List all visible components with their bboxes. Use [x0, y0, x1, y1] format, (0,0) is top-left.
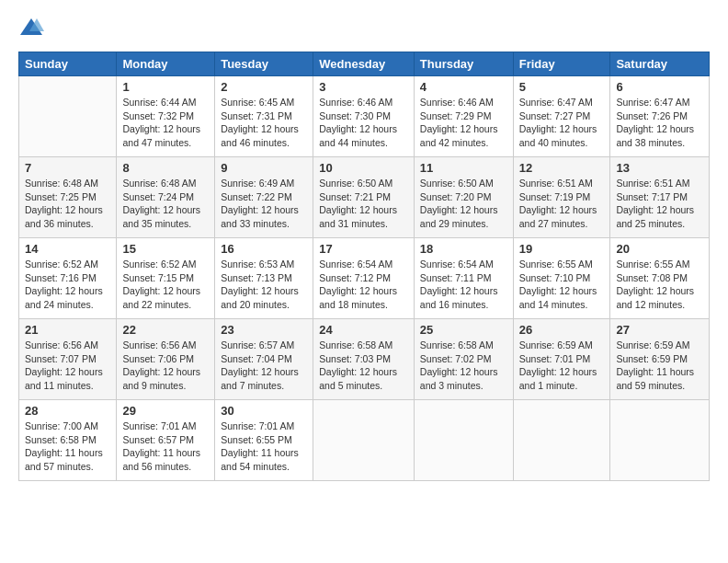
calendar-cell: 17Sunrise: 6:54 AM Sunset: 7:12 PM Dayli… [313, 238, 415, 319]
cell-info: Sunrise: 6:44 AM Sunset: 7:32 PM Dayligh… [122, 96, 209, 150]
cell-info: Sunrise: 6:54 AM Sunset: 7:12 PM Dayligh… [319, 258, 408, 312]
day-number: 7 [25, 161, 110, 175]
cell-info: Sunrise: 6:56 AM Sunset: 7:07 PM Dayligh… [25, 339, 110, 393]
cell-info: Sunrise: 6:46 AM Sunset: 7:29 PM Dayligh… [420, 96, 507, 150]
day-number: 15 [122, 242, 209, 256]
cell-info: Sunrise: 6:51 AM Sunset: 7:19 PM Dayligh… [519, 177, 605, 231]
calendar-cell: 9Sunrise: 6:49 AM Sunset: 7:22 PM Daylig… [215, 157, 313, 238]
day-number: 25 [420, 323, 507, 337]
day-number: 11 [420, 161, 507, 175]
day-number: 20 [616, 242, 703, 256]
day-number: 10 [319, 161, 408, 175]
logo-icon [18, 15, 44, 40]
calendar-cell: 13Sunrise: 6:51 AM Sunset: 7:17 PM Dayli… [610, 157, 710, 238]
weekday-header: Saturday [610, 52, 710, 76]
cell-info: Sunrise: 7:01 AM Sunset: 6:57 PM Dayligh… [122, 419, 209, 474]
calendar-cell: 24Sunrise: 6:58 AM Sunset: 7:03 PM Dayli… [313, 319, 415, 400]
cell-info: Sunrise: 7:01 AM Sunset: 6:55 PM Dayligh… [221, 419, 307, 474]
cell-info: Sunrise: 6:59 AM Sunset: 7:01 PM Dayligh… [519, 339, 605, 393]
calendar-cell: 22Sunrise: 6:56 AM Sunset: 7:06 PM Dayli… [117, 319, 215, 400]
weekday-header: Thursday [414, 52, 513, 76]
day-number: 19 [519, 242, 605, 256]
weekday-header: Monday [117, 52, 215, 76]
day-number: 3 [319, 80, 408, 94]
calendar-cell: 1Sunrise: 6:44 AM Sunset: 7:32 PM Daylig… [117, 76, 215, 157]
calendar-cell: 8Sunrise: 6:48 AM Sunset: 7:24 PM Daylig… [117, 157, 215, 238]
calendar-cell [19, 76, 117, 157]
day-number: 14 [25, 242, 110, 256]
cell-info: Sunrise: 6:52 AM Sunset: 7:16 PM Dayligh… [25, 258, 110, 312]
cell-info: Sunrise: 6:54 AM Sunset: 7:11 PM Dayligh… [420, 258, 507, 312]
weekday-header: Tuesday [215, 52, 313, 76]
calendar-cell: 6Sunrise: 6:47 AM Sunset: 7:26 PM Daylig… [610, 76, 710, 157]
calendar-cell: 14Sunrise: 6:52 AM Sunset: 7:16 PM Dayli… [19, 238, 117, 319]
header [18, 15, 710, 40]
calendar-cell: 23Sunrise: 6:57 AM Sunset: 7:04 PM Dayli… [215, 319, 313, 400]
calendar-cell [610, 400, 710, 481]
calendar-cell: 5Sunrise: 6:47 AM Sunset: 7:27 PM Daylig… [513, 76, 610, 157]
day-number: 6 [616, 80, 703, 94]
cell-info: Sunrise: 6:57 AM Sunset: 7:04 PM Dayligh… [221, 339, 307, 393]
calendar-cell [313, 400, 415, 481]
calendar-cell: 27Sunrise: 6:59 AM Sunset: 6:59 PM Dayli… [610, 319, 710, 400]
calendar-table: SundayMondayTuesdayWednesdayThursdayFrid… [18, 52, 710, 481]
calendar-cell: 26Sunrise: 6:59 AM Sunset: 7:01 PM Dayli… [513, 319, 610, 400]
calendar-week-row: 1Sunrise: 6:44 AM Sunset: 7:32 PM Daylig… [19, 76, 710, 157]
day-number: 27 [616, 323, 703, 337]
cell-info: Sunrise: 6:58 AM Sunset: 7:02 PM Dayligh… [420, 339, 507, 393]
day-number: 23 [221, 323, 307, 337]
cell-info: Sunrise: 7:00 AM Sunset: 6:58 PM Dayligh… [25, 419, 110, 474]
day-number: 2 [221, 80, 307, 94]
day-number: 30 [221, 404, 307, 418]
cell-info: Sunrise: 6:59 AM Sunset: 6:59 PM Dayligh… [616, 339, 703, 393]
cell-info: Sunrise: 6:47 AM Sunset: 7:27 PM Dayligh… [519, 96, 605, 150]
calendar-cell: 4Sunrise: 6:46 AM Sunset: 7:29 PM Daylig… [414, 76, 513, 157]
calendar-cell: 30Sunrise: 7:01 AM Sunset: 6:55 PM Dayli… [215, 400, 313, 481]
calendar-cell: 11Sunrise: 6:50 AM Sunset: 7:20 PM Dayli… [414, 157, 513, 238]
calendar-cell: 28Sunrise: 7:00 AM Sunset: 6:58 PM Dayli… [19, 400, 117, 481]
calendar-week-row: 7Sunrise: 6:48 AM Sunset: 7:25 PM Daylig… [19, 157, 710, 238]
day-number: 28 [25, 404, 110, 418]
day-number: 17 [319, 242, 408, 256]
cell-info: Sunrise: 6:45 AM Sunset: 7:31 PM Dayligh… [221, 96, 307, 150]
day-number: 21 [25, 323, 110, 337]
calendar-cell: 20Sunrise: 6:55 AM Sunset: 7:08 PM Dayli… [610, 238, 710, 319]
cell-info: Sunrise: 6:55 AM Sunset: 7:08 PM Dayligh… [616, 258, 703, 312]
calendar-cell: 12Sunrise: 6:51 AM Sunset: 7:19 PM Dayli… [513, 157, 610, 238]
day-number: 4 [420, 80, 507, 94]
day-number: 16 [221, 242, 307, 256]
weekday-header-row: SundayMondayTuesdayWednesdayThursdayFrid… [19, 52, 710, 76]
cell-info: Sunrise: 6:46 AM Sunset: 7:30 PM Dayligh… [319, 96, 408, 150]
calendar-cell: 29Sunrise: 7:01 AM Sunset: 6:57 PM Dayli… [117, 400, 215, 481]
calendar-cell: 2Sunrise: 6:45 AM Sunset: 7:31 PM Daylig… [215, 76, 313, 157]
cell-info: Sunrise: 6:58 AM Sunset: 7:03 PM Dayligh… [319, 339, 408, 393]
cell-info: Sunrise: 6:48 AM Sunset: 7:24 PM Dayligh… [122, 177, 209, 231]
calendar-cell: 3Sunrise: 6:46 AM Sunset: 7:30 PM Daylig… [313, 76, 415, 157]
day-number: 8 [122, 161, 209, 175]
calendar-cell: 25Sunrise: 6:58 AM Sunset: 7:02 PM Dayli… [414, 319, 513, 400]
calendar-cell: 19Sunrise: 6:55 AM Sunset: 7:10 PM Dayli… [513, 238, 610, 319]
calendar-cell: 21Sunrise: 6:56 AM Sunset: 7:07 PM Dayli… [19, 319, 117, 400]
weekday-header: Wednesday [313, 52, 415, 76]
cell-info: Sunrise: 6:49 AM Sunset: 7:22 PM Dayligh… [221, 177, 307, 231]
day-number: 12 [519, 161, 605, 175]
calendar-cell: 18Sunrise: 6:54 AM Sunset: 7:11 PM Dayli… [414, 238, 513, 319]
cell-info: Sunrise: 6:50 AM Sunset: 7:20 PM Dayligh… [420, 177, 507, 231]
logo [18, 15, 46, 40]
cell-info: Sunrise: 6:50 AM Sunset: 7:21 PM Dayligh… [319, 177, 408, 231]
calendar-week-row: 14Sunrise: 6:52 AM Sunset: 7:16 PM Dayli… [19, 238, 710, 319]
day-number: 9 [221, 161, 307, 175]
cell-info: Sunrise: 6:48 AM Sunset: 7:25 PM Dayligh… [25, 177, 110, 231]
cell-info: Sunrise: 6:56 AM Sunset: 7:06 PM Dayligh… [122, 339, 209, 393]
day-number: 26 [519, 323, 605, 337]
calendar-cell: 10Sunrise: 6:50 AM Sunset: 7:21 PM Dayli… [313, 157, 415, 238]
day-number: 29 [122, 404, 209, 418]
day-number: 22 [122, 323, 209, 337]
weekday-header: Sunday [19, 52, 117, 76]
day-number: 5 [519, 80, 605, 94]
calendar-cell: 15Sunrise: 6:52 AM Sunset: 7:15 PM Dayli… [117, 238, 215, 319]
cell-info: Sunrise: 6:52 AM Sunset: 7:15 PM Dayligh… [122, 258, 209, 312]
day-number: 1 [122, 80, 209, 94]
calendar-cell: 16Sunrise: 6:53 AM Sunset: 7:13 PM Dayli… [215, 238, 313, 319]
weekday-header: Friday [513, 52, 610, 76]
